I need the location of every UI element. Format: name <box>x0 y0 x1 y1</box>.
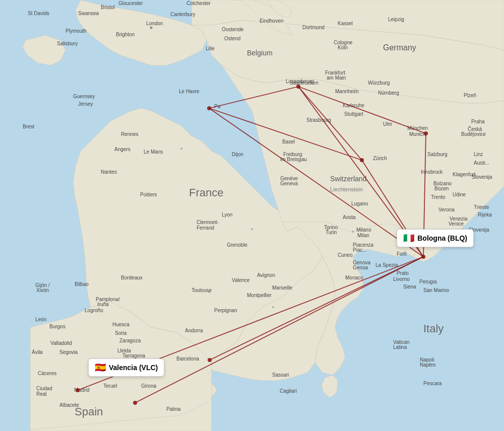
svg-text:Teruel: Teruel <box>103 383 117 389</box>
svg-text:Prato: Prato <box>397 270 409 276</box>
svg-text:Andorra: Andorra <box>185 328 203 333</box>
map-background: Germany Belgium France Switzerland Liech… <box>0 0 504 431</box>
svg-text:Perugia: Perugia <box>419 279 437 284</box>
svg-text:Girona: Girona <box>141 383 156 389</box>
svg-text:Zürich: Zürich <box>373 156 387 161</box>
svg-text:Budějovice: Budějovice <box>461 131 486 137</box>
svg-text:Strasbourg: Strasbourg <box>306 117 331 123</box>
svg-text:Innsbruck: Innsbruck <box>421 169 443 175</box>
svg-text:San Marino: San Marino <box>423 288 450 293</box>
svg-text:Nürnberg: Nürnberg <box>378 90 399 96</box>
svg-text:Naples: Naples <box>420 362 435 368</box>
svg-text:Liechtenstein: Liechtenstein <box>330 186 363 192</box>
svg-text:Bordeaux: Bordeaux <box>121 275 143 280</box>
svg-text:Poitiers: Poitiers <box>140 192 157 197</box>
svg-text:Nantes: Nantes <box>101 169 117 175</box>
map-container: Germany Belgium France Switzerland Liech… <box>0 0 504 431</box>
svg-text:Segovia: Segovia <box>59 349 78 355</box>
svg-text:Cologne: Cologne <box>334 40 353 45</box>
svg-text:Saarbrücken: Saarbrücken <box>290 80 319 86</box>
svg-text:Trento: Trento <box>431 194 446 200</box>
svg-text:Verona: Verona <box>438 207 455 212</box>
svg-text:Udine: Udine <box>453 192 466 197</box>
svg-text:La Spezia: La Spezia <box>375 262 398 268</box>
svg-text:London: London <box>146 21 163 26</box>
svg-text:Geneva: Geneva <box>280 181 298 186</box>
svg-point-141 <box>296 85 300 89</box>
svg-text:Karlsruhe: Karlsruhe <box>343 103 364 108</box>
svg-text:Canterbury: Canterbury <box>170 12 195 17</box>
svg-text:Brighton: Brighton <box>116 32 135 37</box>
svg-text:Clermont-: Clermont- <box>197 220 219 225</box>
svg-text:Valence: Valence <box>232 277 250 283</box>
svg-text:Plymouth: Plymouth <box>66 28 87 34</box>
svg-text:im Breisgau: im Breisgau <box>280 157 307 162</box>
svg-point-149 <box>208 291 210 293</box>
svg-text:Italy: Italy <box>423 322 444 335</box>
svg-text:am Main: am Main <box>327 75 346 81</box>
svg-text:Bilbao: Bilbao <box>75 281 89 287</box>
svg-text:Cuneo: Cuneo <box>338 252 353 258</box>
svg-point-147 <box>133 401 137 405</box>
svg-text:Stuttgart: Stuttgart <box>344 111 363 117</box>
svg-text:Avignon: Avignon <box>257 272 275 278</box>
svg-text:Latina: Latina <box>393 344 407 350</box>
svg-text:Huesca: Huesca <box>112 322 130 327</box>
svg-text:Eindhoven: Eindhoven <box>260 18 283 24</box>
svg-text:Milan: Milan <box>357 233 369 238</box>
svg-text:Milano: Milano <box>356 227 371 233</box>
svg-text:Ávila: Ávila <box>32 349 43 355</box>
svg-point-144 <box>421 255 425 259</box>
svg-point-153 <box>251 228 253 230</box>
svg-point-154 <box>180 148 182 150</box>
svg-text:Genoa: Genoa <box>353 265 368 270</box>
svg-point-150 <box>272 306 274 308</box>
svg-text:Valladolid: Valladolid <box>50 340 72 346</box>
svg-text:Ostend: Ostend <box>224 36 240 41</box>
svg-text:Palma: Palma <box>166 406 181 412</box>
svg-text:Gloucester: Gloucester <box>118 1 143 6</box>
svg-point-146 <box>76 388 80 392</box>
svg-text:Piac...: Piac... <box>353 247 367 253</box>
svg-point-152 <box>327 228 329 230</box>
svg-text:Leipzig: Leipzig <box>388 17 404 22</box>
svg-text:Le Havre: Le Havre <box>179 89 200 94</box>
valencia-label: Valencia (VLC) <box>109 364 158 372</box>
svg-text:Belgium: Belgium <box>247 49 273 57</box>
svg-text:Ferrand: Ferrand <box>197 225 214 231</box>
svg-text:Jersey: Jersey <box>78 101 93 107</box>
svg-text:Real: Real <box>36 391 47 397</box>
svg-text:Grenoble: Grenoble <box>227 242 248 248</box>
svg-text:Xixón: Xixón <box>36 288 49 293</box>
svg-text:Forlì: Forlì <box>397 251 407 257</box>
svg-text:München: München <box>407 125 428 131</box>
svg-text:Plzeň: Plzeň <box>464 93 476 98</box>
svg-text:Swansea: Swansea <box>78 11 99 16</box>
svg-text:Montpellier: Montpellier <box>247 293 272 298</box>
svg-text:Lille: Lille <box>206 46 215 51</box>
svg-text:Salisbury: Salisbury <box>57 41 78 46</box>
svg-text:Turin: Turin <box>326 230 337 235</box>
svg-text:Monaco: Monaco <box>345 275 363 280</box>
svg-text:Switzerland: Switzerland <box>330 175 366 183</box>
svg-text:France: France <box>189 186 223 199</box>
svg-text:Bristol: Bristol <box>101 5 115 10</box>
svg-point-145 <box>208 358 212 362</box>
svg-text:Albacete: Albacete <box>59 402 79 408</box>
svg-text:Pescara: Pescara <box>423 381 442 386</box>
svg-text:Germany: Germany <box>383 43 416 52</box>
svg-text:Ciudad: Ciudad <box>36 386 52 391</box>
tooltip-bologna: 🇮🇹 Bologna (BLQ) <box>397 229 474 247</box>
svg-text:Bozen: Bozen <box>434 186 449 191</box>
svg-point-142 <box>424 131 428 135</box>
svg-text:Würzburg: Würzburg <box>368 80 390 86</box>
svg-text:Logroño: Logroño <box>85 308 103 313</box>
svg-text:Praha: Praha <box>471 119 485 124</box>
svg-text:Cáceres: Cáceres <box>38 371 56 376</box>
svg-text:Linz: Linz <box>474 152 483 157</box>
svg-text:Cagliari: Cagliari <box>280 388 297 394</box>
svg-text:Burgos: Burgos <box>49 324 66 329</box>
svg-text:Ulm: Ulm <box>383 121 392 127</box>
svg-text:Oostende: Oostende <box>222 27 244 32</box>
svg-text:Kassel: Kassel <box>338 21 353 26</box>
